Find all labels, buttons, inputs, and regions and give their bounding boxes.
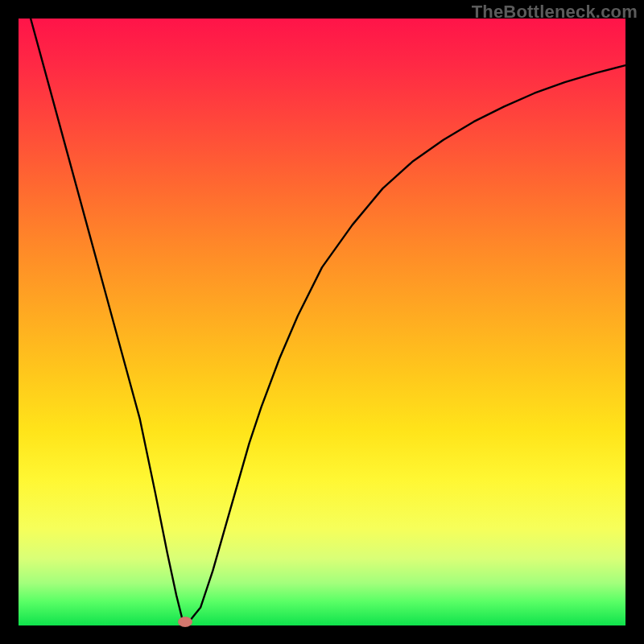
chart-frame: TheBottleneck.com (0, 0, 644, 644)
optimum-marker (178, 617, 192, 627)
bottleneck-curve (19, 19, 625, 625)
watermark-text: TheBottleneck.com (472, 2, 638, 23)
plot-area (19, 19, 625, 625)
